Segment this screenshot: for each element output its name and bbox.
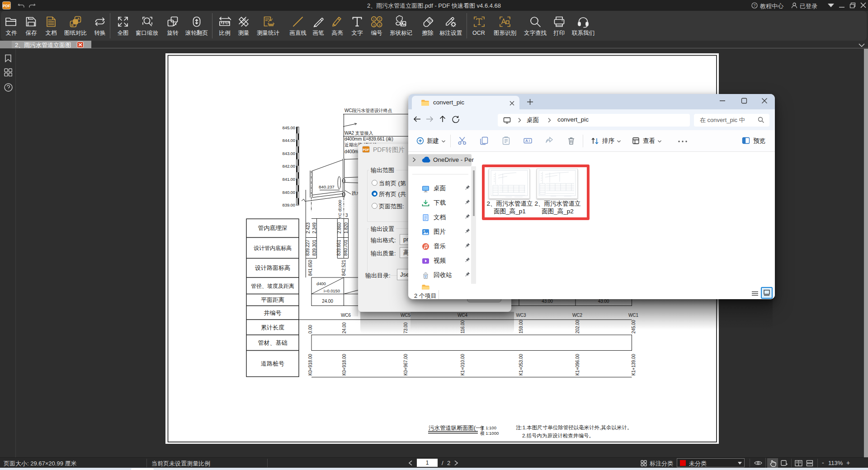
svg-text:?: ? (753, 3, 755, 8)
svg-text:A: A (77, 17, 80, 20)
svg-text:839.661: 839.661 (337, 240, 342, 256)
svg-text:843.00: 843.00 (283, 151, 295, 156)
svg-text:K1+053.00: K1+053.00 (519, 354, 524, 376)
svg-text:K0+918.00: K0+918.00 (342, 354, 347, 376)
svg-text:3: 3 (373, 23, 375, 27)
svg-text:平面距离: 平面距离 (261, 296, 284, 303)
svg-text:管内底埋深: 管内底埋深 (258, 225, 288, 231)
svg-text:WA2 支管接入: WA2 支管接入 (344, 131, 373, 136)
svg-text:845.00: 845.00 (283, 125, 295, 130)
svg-text:2.349: 2.349 (312, 222, 317, 234)
svg-text:YC d1000: YC d1000 (337, 200, 342, 218)
svg-text:PDF: PDF (3, 4, 10, 8)
svg-text:839.00: 839.00 (283, 202, 295, 207)
svg-text:1.820: 1.820 (344, 222, 349, 234)
svg-text:井编号: 井编号 (264, 310, 282, 316)
svg-text:840.237: 840.237 (319, 184, 335, 189)
svg-text:WC段污水管道设计终点: WC段污水管道设计终点 (344, 108, 392, 113)
svg-text:注:1.本图尺寸单位除管径以毫米计外,其余以米计。: 注:1.本图尺寸单位除管径以毫米计外,其余以米计。 (516, 425, 632, 430)
svg-text:844.00: 844.00 (283, 138, 295, 143)
svg-text:污水管道纵断面图(一): 污水管道纵断面图(一) (429, 425, 483, 431)
svg-text:K0+967.00: K0+967.00 (403, 354, 408, 376)
svg-text:2.423: 2.423 (306, 222, 311, 234)
svg-text:24.00: 24.00 (342, 322, 347, 334)
svg-text:1: 1 (373, 17, 375, 21)
svg-text:840.701: 840.701 (344, 240, 349, 256)
svg-text:K1+010.00: K1+010.00 (460, 354, 465, 376)
svg-text:842.521: 842.521 (342, 260, 347, 276)
svg-text:d400: d400 (316, 281, 326, 286)
svg-text:842.00: 842.00 (283, 164, 295, 169)
svg-text:横 1:1000: 横 1:1000 (480, 431, 499, 436)
svg-text:841.650: 841.650 (308, 260, 313, 276)
svg-text:2.860: 2.860 (337, 222, 342, 234)
svg-text:K1+096.00: K1+096.00 (575, 354, 580, 376)
svg-text:管径、坡度及距离: 管径、坡度及距离 (251, 283, 294, 289)
svg-text:2.括号内为原设计检查井编号。: 2.括号内为原设计检查井编号。 (522, 433, 594, 438)
svg-text:道路桩号: 道路桩号 (261, 360, 284, 367)
svg-text:839.227: 839.227 (306, 240, 311, 256)
svg-text:3: 3 (345, 213, 348, 218)
svg-text:累计长度: 累计长度 (261, 324, 284, 331)
svg-text:24.00: 24.00 (322, 299, 333, 304)
svg-text:2: 2 (378, 17, 381, 21)
svg-text:管材、基础: 管材、基础 (258, 339, 288, 346)
svg-text:B: B (71, 24, 73, 27)
svg-text:d400mm E=839.661 (南): d400mm E=839.661 (南) (344, 136, 393, 141)
svg-text:0.00: 0.00 (308, 324, 313, 334)
svg-text:PDF: PDF (363, 148, 370, 151)
svg-text:4: 4 (378, 23, 381, 27)
svg-text:设计路面标高: 设计路面标高 (255, 264, 290, 271)
svg-text:竖 1:100: 竖 1:100 (480, 425, 496, 430)
svg-text:K1+139.00: K1+139.00 (631, 354, 636, 376)
svg-text:设计管内底标高: 设计管内底标高 (254, 245, 292, 251)
svg-text:i=0.0150: i=0.0150 (324, 288, 340, 293)
svg-text:WC6: WC6 (341, 313, 351, 318)
svg-text:840.00: 840.00 (283, 190, 295, 195)
svg-text:839.301: 839.301 (312, 240, 317, 256)
svg-text:K0+918.00: K0+918.00 (308, 354, 313, 376)
svg-text:841.00: 841.00 (283, 177, 295, 182)
